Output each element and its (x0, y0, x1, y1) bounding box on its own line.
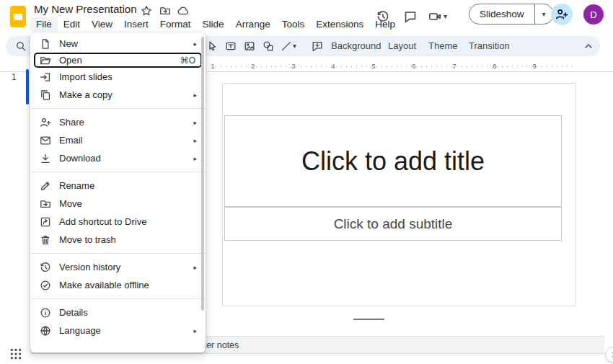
document-title[interactable]: My New Presentation (34, 3, 137, 15)
slide-canvas: Click to add title Click to add subtitle (222, 83, 576, 306)
menu-item-label: Share (59, 117, 84, 128)
info-icon (40, 307, 51, 319)
menu-item-new[interactable]: New ▸ (30, 35, 206, 53)
active-slide-indicator (26, 69, 29, 105)
submenu-arrow-icon: ▸ (193, 327, 197, 334)
menu-insert[interactable]: Insert (118, 17, 154, 32)
new-document-icon (40, 38, 51, 50)
menu-separator (30, 298, 206, 299)
insert-comment-icon[interactable] (312, 40, 323, 52)
menu-item-language[interactable]: Language ▸ (30, 321, 206, 339)
star-button[interactable] (140, 4, 153, 17)
menu-item-make-available-offline[interactable]: Make available offline (30, 276, 206, 294)
version-history-button[interactable] (374, 7, 392, 26)
share-person-add-icon (555, 8, 568, 21)
ruler-number: 9 (532, 63, 537, 70)
chevron-down-icon: ▾ (444, 13, 447, 20)
insert-shape-icon[interactable] (263, 40, 274, 52)
layout-button[interactable]: Layout (384, 36, 420, 56)
menu-item-share[interactable]: Share ▸ (30, 113, 206, 131)
menu-item-open[interactable]: Open ⌘O (34, 53, 202, 68)
menu-extensions[interactable]: Extensions (310, 17, 369, 32)
ruler-number: 1 (210, 63, 216, 70)
select-cursor-icon[interactable] (206, 40, 218, 52)
menu-item-add-shortcut-to-drive[interactable]: Add shortcut to Drive (30, 213, 206, 231)
slideshow-button[interactable]: Slideshow (469, 4, 534, 24)
menu-item-move-to-trash[interactable]: Move to trash (30, 231, 206, 249)
submenu-arrow-icon: ▸ (193, 155, 197, 162)
menu-item-rename[interactable]: Rename (30, 177, 206, 195)
menu-item-email[interactable]: Email ▸ (30, 131, 206, 149)
collapse-menus-icon[interactable] (583, 40, 594, 52)
grid-view-icon[interactable] (9, 347, 22, 360)
title-placeholder-text: Click to add title (301, 146, 485, 177)
share-button[interactable] (551, 4, 573, 25)
insert-line-icon[interactable] (281, 40, 292, 52)
rename-pencil-icon (40, 180, 51, 192)
copy-icon (40, 89, 51, 101)
account-avatar[interactable]: D (583, 4, 604, 25)
search-menus-icon[interactable] (15, 40, 27, 52)
document-status-button[interactable] (177, 4, 190, 17)
canvas-line-element (353, 319, 384, 320)
google-slides-app: My New Presentation File Edit View Inser… (0, 0, 613, 364)
ruler-number: 3 (291, 63, 296, 70)
background-button[interactable]: Background (327, 36, 385, 56)
version-history-icon (376, 10, 389, 23)
menu-edit[interactable]: Edit (58, 17, 86, 32)
menu-view[interactable]: View (86, 17, 118, 32)
menu-item-label: Make available offline (59, 280, 149, 290)
slide-number-label: 1 (12, 72, 17, 82)
menu-item-label: Open (59, 55, 82, 66)
comments-button[interactable] (401, 7, 420, 26)
chevron-down-icon: ▾ (542, 11, 546, 18)
insert-image-icon[interactable] (244, 40, 255, 52)
menu-item-download[interactable]: Download ▸ (30, 149, 206, 167)
menu-item-label: Rename (59, 180, 94, 191)
theme-button[interactable]: Theme (424, 36, 462, 56)
submenu-arrow-icon: ▸ (193, 92, 197, 99)
email-icon (40, 135, 51, 146)
menu-scrollbar-thumb[interactable] (201, 37, 204, 311)
menu-file[interactable]: File (30, 17, 58, 32)
ruler-number: 6 (411, 63, 417, 70)
slides-logo[interactable] (10, 6, 26, 27)
join-call-button[interactable]: ▾ (428, 7, 459, 26)
menu-item-import-slides[interactable]: Import slides (30, 68, 206, 86)
drive-shortcut-icon (40, 216, 51, 228)
menu-tools[interactable]: Tools (276, 17, 311, 32)
title-placeholder-box[interactable]: Click to add title (224, 115, 562, 207)
textbox-icon[interactable] (225, 40, 237, 52)
menu-item-label: Language (59, 325, 101, 336)
menu-separator (30, 108, 206, 109)
move-icon (40, 198, 51, 210)
download-icon (40, 153, 51, 164)
menu-separator (30, 253, 206, 254)
menu-item-details[interactable]: Details (30, 303, 206, 321)
menu-item-make-a-copy[interactable]: Make a copy ▸ (30, 86, 206, 104)
ruler-number: 8 (492, 63, 498, 70)
submenu-arrow-icon: ▸ (193, 40, 197, 48)
line-options-chevron-icon[interactable]: ▾ (293, 43, 296, 50)
subtitle-placeholder-box[interactable]: Click to add subtitle (224, 207, 562, 241)
menu-separator (30, 172, 206, 172)
menu-item-version-history[interactable]: Version history ▸ (30, 258, 206, 276)
menu-arrange[interactable]: Arrange (230, 17, 276, 32)
app-header: My New Presentation File Edit View Inser… (0, 0, 613, 33)
expand-side-panel-button[interactable] (605, 347, 613, 363)
menu-item-label: Add shortcut to Drive (59, 216, 146, 227)
move-document-button[interactable] (159, 4, 172, 17)
menu-slide[interactable]: Slide (197, 17, 230, 32)
slideshow-options-button[interactable]: ▾ (534, 4, 553, 24)
menu-item-label: Email (59, 135, 83, 146)
menu-item-move[interactable]: Move (30, 195, 206, 213)
menu-format[interactable]: Format (154, 17, 197, 32)
share-person-icon (40, 117, 51, 128)
menu-bar: File Edit View Insert Format Slide Arran… (30, 17, 401, 32)
open-folder-icon (40, 55, 51, 66)
file-menu-dropdown: New ▸ Open ⌘O Import slides Make a copy … (30, 33, 206, 352)
move-folder-icon (159, 5, 171, 17)
import-slides-icon (40, 71, 51, 83)
offline-check-icon (40, 280, 51, 291)
transition-button[interactable]: Transition (464, 36, 514, 56)
